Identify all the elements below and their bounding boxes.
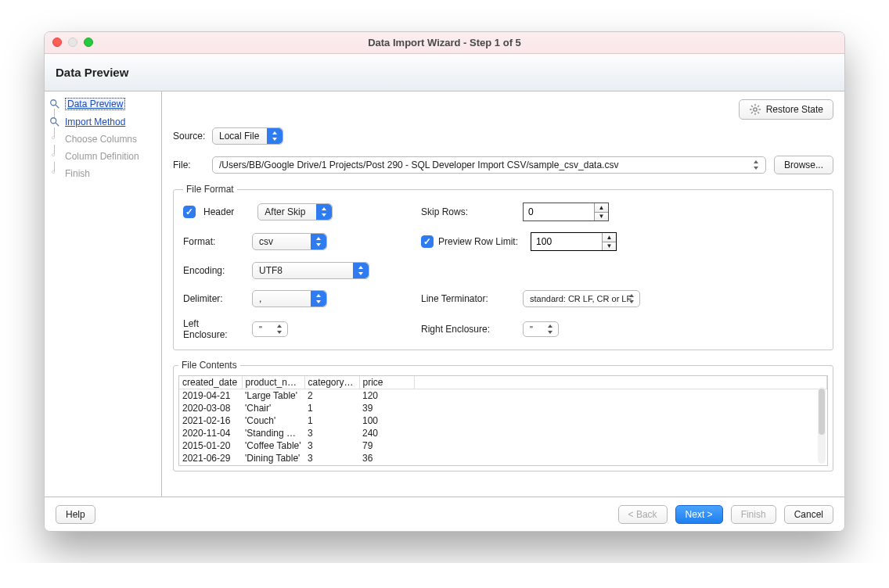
table-row[interactable]: 2019-04-21'Large Table'2120 bbox=[179, 389, 827, 403]
spinner-up-icon[interactable]: ▲ bbox=[595, 203, 608, 213]
table-cell: 3 bbox=[304, 439, 359, 452]
col-header[interactable]: category_id bbox=[304, 376, 359, 389]
col-header[interactable]: product_name bbox=[242, 376, 304, 389]
table-row[interactable]: 2021-06-29'Dining Table'336 bbox=[179, 452, 827, 464]
zoom-window-icon[interactable] bbox=[84, 38, 93, 47]
dot-icon bbox=[49, 168, 60, 179]
vertical-scrollbar[interactable] bbox=[818, 387, 826, 464]
help-label: Help bbox=[66, 509, 85, 520]
browse-label: Browse... bbox=[784, 160, 823, 170]
format-value: csv bbox=[253, 236, 279, 247]
encoding-select[interactable]: UTF8 bbox=[252, 262, 369, 279]
step-choose-columns: Choose Columns bbox=[45, 131, 161, 148]
chevron-updown-icon bbox=[750, 159, 762, 171]
preview-limit-spinner[interactable]: ▲ ▼ bbox=[531, 232, 617, 251]
table-cell: 3 bbox=[304, 427, 359, 439]
table-row[interactable]: 2020-03-08'Chair'139 bbox=[179, 402, 827, 414]
chevron-updown-icon bbox=[316, 204, 332, 220]
preview-limit-input[interactable] bbox=[531, 233, 602, 250]
next-button[interactable]: Next > bbox=[675, 505, 723, 524]
wizard-footer: Help < Back Next > Finish Cancel bbox=[45, 497, 844, 531]
gear-icon bbox=[749, 103, 761, 116]
table-cell: 1 bbox=[304, 402, 359, 414]
file-contents-legend: File Contents bbox=[178, 360, 240, 371]
svg-point-2 bbox=[51, 118, 56, 124]
main-panel: Restore State Source: Local File File: /… bbox=[162, 91, 844, 497]
spinner-down-icon[interactable]: ▼ bbox=[603, 242, 616, 251]
table-cell: 'Couch' bbox=[242, 414, 304, 427]
table-row[interactable]: 2020-11-04'Standing De...3240 bbox=[179, 427, 827, 439]
browse-button[interactable]: Browse... bbox=[774, 156, 833, 174]
cancel-label: Cancel bbox=[794, 509, 823, 520]
svg-point-0 bbox=[51, 100, 56, 106]
header-checkbox[interactable]: ✓ bbox=[183, 206, 196, 218]
svg-point-5 bbox=[52, 154, 55, 156]
step-label: Choose Columns bbox=[65, 134, 137, 145]
table-row[interactable]: 2021-02-16'Couch'1100 bbox=[179, 414, 827, 427]
svg-line-12 bbox=[751, 106, 753, 107]
table-cell: 2019-04-21 bbox=[179, 389, 242, 403]
svg-line-3 bbox=[56, 123, 59, 126]
window-controls bbox=[52, 38, 93, 47]
left-enclosure-label: Left Enclosure: bbox=[183, 318, 244, 340]
file-label: File: bbox=[173, 160, 212, 170]
col-header[interactable]: created_date bbox=[179, 376, 242, 389]
right-enclosure-select[interactable]: " bbox=[523, 321, 559, 337]
svg-line-1 bbox=[56, 105, 59, 108]
restore-state-button[interactable]: Restore State bbox=[739, 99, 833, 120]
cancel-button[interactable]: Cancel bbox=[784, 505, 833, 524]
next-label: Next > bbox=[686, 509, 713, 520]
table-cell: 3 bbox=[304, 452, 359, 464]
table-cell: 39 bbox=[359, 402, 414, 414]
header-mode-select[interactable]: After Skip bbox=[257, 203, 333, 220]
preview-limit-checkbox[interactable]: ✓ bbox=[421, 235, 434, 248]
table-cell: 79 bbox=[359, 439, 414, 452]
page-header: Data Preview bbox=[45, 54, 844, 91]
chevron-updown-icon bbox=[353, 263, 369, 278]
left-enclosure-select[interactable]: " bbox=[252, 321, 288, 337]
line-terminator-label: Line Terminator: bbox=[421, 293, 515, 304]
delimiter-select[interactable]: , bbox=[252, 290, 327, 307]
left-enclosure-value: " bbox=[253, 324, 268, 334]
table-cell: 240 bbox=[359, 427, 414, 439]
chevron-updown-icon bbox=[624, 291, 639, 307]
wizard-sidebar: Data Preview Import Method Choose Column… bbox=[45, 91, 162, 497]
table-row[interactable]: 2015-01-20'Coffee Table'379 bbox=[179, 439, 827, 452]
close-window-icon[interactable] bbox=[52, 38, 62, 47]
line-terminator-select[interactable]: standard: CR LF, CR or LF bbox=[523, 290, 640, 307]
col-header[interactable]: price bbox=[359, 376, 414, 389]
line-terminator-value: standard: CR LF, CR or LF bbox=[524, 294, 638, 303]
source-select[interactable]: Local File bbox=[212, 127, 283, 145]
file-path-text: /Users/BB/Google Drive/1 Projects/Post 2… bbox=[219, 160, 618, 170]
skip-rows-input[interactable] bbox=[524, 203, 594, 220]
format-label: Format: bbox=[183, 236, 244, 247]
table-cell: 2021-06-29 bbox=[179, 452, 242, 464]
table-header-row: created_date product_name category_id pr… bbox=[179, 376, 827, 389]
format-select[interactable]: csv bbox=[252, 233, 327, 250]
spinner-up-icon[interactable]: ▲ bbox=[603, 233, 616, 242]
table-cell: 'Standing De... bbox=[242, 427, 304, 439]
scrollbar-thumb[interactable] bbox=[819, 389, 825, 435]
encoding-value: UTF8 bbox=[253, 265, 289, 276]
step-label: Column Definition bbox=[65, 151, 139, 162]
table-cell: 'Dining Table' bbox=[242, 452, 304, 464]
help-button[interactable]: Help bbox=[56, 505, 95, 524]
table-cell: 'Coffee Table' bbox=[242, 439, 304, 452]
file-contents-group: File Contents created_date product_name … bbox=[173, 360, 833, 471]
file-path-input[interactable]: /Users/BB/Google Drive/1 Projects/Post 2… bbox=[212, 156, 766, 174]
delimiter-value: , bbox=[253, 293, 268, 304]
source-value: Local File bbox=[213, 131, 265, 142]
step-import-method[interactable]: Import Method bbox=[45, 113, 161, 131]
step-finish: Finish bbox=[45, 165, 161, 182]
step-column-definition: Column Definition bbox=[45, 148, 161, 165]
table-cell-spacer bbox=[414, 389, 827, 403]
back-label: < Back bbox=[628, 509, 657, 520]
chevron-updown-icon bbox=[272, 322, 287, 336]
step-data-preview[interactable]: Data Preview bbox=[45, 95, 161, 113]
svg-point-4 bbox=[52, 137, 55, 139]
skip-rows-spinner[interactable]: ▲ ▼ bbox=[523, 203, 609, 221]
minimize-window-icon[interactable] bbox=[68, 38, 77, 47]
chevron-updown-icon bbox=[311, 291, 326, 307]
spinner-down-icon[interactable]: ▼ bbox=[595, 213, 608, 221]
table-cell: 'Large Table' bbox=[242, 389, 304, 403]
